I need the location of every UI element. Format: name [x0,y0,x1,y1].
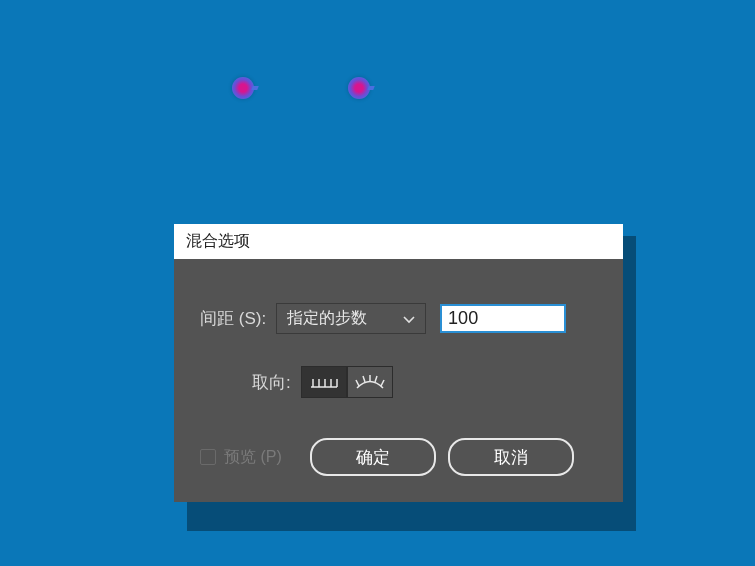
orientation-row: 取向: [252,366,597,398]
ok-button[interactable]: 确定 [310,438,436,476]
dialog-title: 混合选项 [174,224,623,259]
preview-checkbox[interactable]: 预览 (P) [200,447,282,468]
spacing-row: 间距 (S): 指定的步数 [200,303,597,334]
spacing-steps-input[interactable] [440,304,566,333]
svg-line-9 [375,376,377,382]
checkbox-box-icon [200,449,216,465]
spacing-label: 间距 (S): [200,307,266,330]
ok-button-label: 确定 [356,446,390,469]
dialog-body: 间距 (S): 指定的步数 取向: [174,259,623,502]
orientation-label: 取向: [252,371,291,394]
blend-object-1[interactable] [232,77,254,99]
spacing-mode-select[interactable]: 指定的步数 [276,303,426,334]
blend-object-2[interactable] [348,77,370,99]
spacing-mode-value: 指定的步数 [287,308,367,329]
blend-options-dialog: 混合选项 间距 (S): 指定的步数 取向: [174,224,623,502]
orient-align-path-button[interactable] [347,366,393,398]
svg-line-7 [363,376,365,382]
chevron-down-icon [403,310,415,328]
orient-path-icon [355,373,385,391]
orient-align-page-button[interactable] [301,366,347,398]
preview-label: 预览 (P) [224,447,282,468]
dialog-footer: 预览 (P) 确定 取消 [200,438,597,476]
svg-line-6 [356,380,359,386]
svg-line-10 [381,380,384,386]
orient-page-icon [309,373,339,391]
orientation-buttons [301,366,393,398]
cancel-button-label: 取消 [494,446,528,469]
cancel-button[interactable]: 取消 [448,438,574,476]
